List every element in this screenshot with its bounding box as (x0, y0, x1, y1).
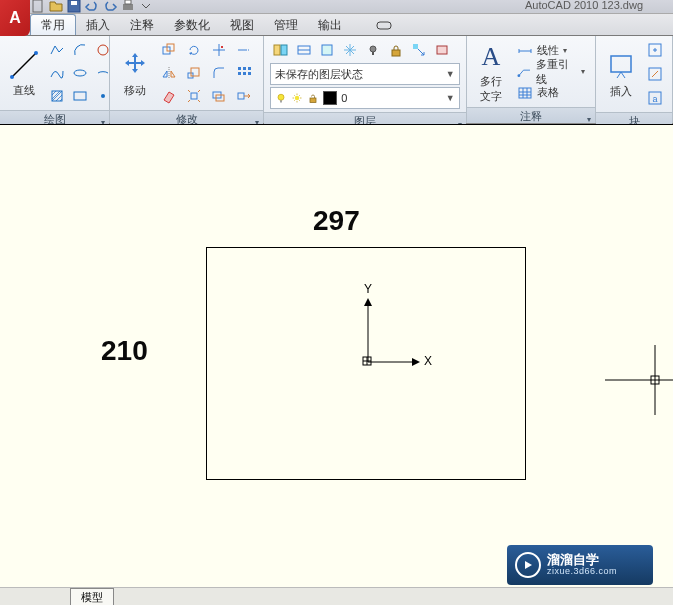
table-button[interactable]: 表格 (513, 83, 589, 103)
mirror-icon[interactable] (158, 62, 180, 84)
layer-name: 0 (341, 92, 347, 104)
qat-undo-icon[interactable] (84, 0, 100, 13)
svg-rect-2 (71, 1, 77, 5)
dropdown-arrow-icon: ▼ (443, 69, 457, 79)
ellipse-icon[interactable] (69, 62, 91, 84)
tab-home[interactable]: 常用 (30, 14, 76, 35)
svg-line-6 (12, 53, 36, 77)
svg-rect-24 (191, 93, 197, 99)
qat-open-icon[interactable] (48, 0, 64, 13)
layer-previous-icon[interactable] (431, 39, 453, 61)
svg-rect-29 (281, 45, 287, 55)
copy-icon[interactable] (158, 39, 180, 61)
block-attr-icon[interactable]: a (644, 87, 666, 109)
qat-dropdown-icon[interactable] (138, 0, 154, 13)
ribbon-group-annotation: A 多行 文字 线性 ▾ 多重引线 ▾ 表格 (467, 36, 596, 123)
chevron-down-icon: ▾ (581, 67, 585, 76)
model-tab[interactable]: 模型 (70, 588, 114, 606)
layer-lock-icon[interactable] (385, 39, 407, 61)
tab-view[interactable]: 视图 (220, 14, 264, 35)
chevron-down-icon: ▾ (563, 46, 567, 55)
drawing-canvas[interactable]: 297 210 Y X 溜溜自学 zixue.3d66.com (0, 124, 673, 605)
block-tools: a (644, 39, 666, 109)
move-label: 移动 (124, 83, 146, 98)
table-icon (517, 85, 533, 101)
multileader-button[interactable]: 多重引线 ▾ (513, 62, 589, 82)
layer-freeze-icon[interactable] (339, 39, 361, 61)
rectangle-icon[interactable] (69, 85, 91, 107)
title-bar: AutoCAD 2010 123.dwg (0, 0, 673, 14)
svg-rect-35 (413, 44, 418, 49)
y-axis-label: Y (364, 282, 372, 296)
move-button[interactable]: 移动 (116, 47, 154, 100)
ribbon-group-block: 插入 a 块 (596, 36, 673, 123)
layer-off-icon[interactable] (362, 39, 384, 61)
hatch-icon[interactable] (46, 85, 68, 107)
spline-icon[interactable] (46, 62, 68, 84)
bulb-on-icon (275, 92, 287, 104)
cursor-crosshair-icon (605, 345, 673, 418)
qat-save-icon[interactable] (66, 0, 82, 13)
layer-isolate-icon[interactable] (316, 39, 338, 61)
layer-current-dropdown[interactable]: 0 ▼ (270, 87, 460, 109)
tab-extra-icon[interactable] (372, 14, 396, 35)
scale-icon[interactable] (183, 62, 205, 84)
array-icon[interactable] (233, 62, 255, 84)
rotate-icon[interactable] (183, 39, 205, 61)
tab-output[interactable]: 输出 (308, 14, 352, 35)
svg-rect-4 (125, 0, 131, 4)
sun-icon (291, 92, 303, 104)
svg-rect-33 (372, 52, 374, 55)
insert-block-label: 插入 (610, 84, 632, 99)
move-icon (119, 49, 151, 81)
svg-rect-40 (310, 98, 316, 103)
layer-tools-row (270, 39, 453, 61)
svg-point-39 (295, 96, 300, 101)
dropdown-arrow-icon: ▼ (443, 93, 457, 103)
tab-manage[interactable]: 管理 (264, 14, 308, 35)
watermark-url: zixue.3d66.com (547, 567, 617, 577)
stretch-icon[interactable] (233, 85, 255, 107)
trim-icon[interactable] (208, 39, 230, 61)
arc-icon[interactable] (69, 39, 91, 61)
svg-rect-3 (123, 4, 133, 10)
fillet-icon[interactable] (208, 62, 230, 84)
extend-icon[interactable] (233, 39, 255, 61)
svg-rect-22 (243, 72, 246, 75)
qat-print-icon[interactable] (120, 0, 136, 13)
layer-properties-icon[interactable] (270, 39, 292, 61)
create-block-icon[interactable] (644, 39, 666, 61)
app-menu-button[interactable]: A (0, 0, 30, 36)
svg-rect-18 (238, 67, 241, 70)
annotation-group-title[interactable]: 注释 ▾ (467, 107, 595, 123)
qat-redo-icon[interactable] (102, 0, 118, 13)
ribbon-group-modify: 移动 修改 ▾ (110, 36, 264, 123)
tab-annotate[interactable]: 注释 (120, 14, 164, 35)
mtext-button[interactable]: A 多行 文字 (473, 39, 509, 103)
watermark-logo-icon (515, 552, 541, 578)
tab-insert[interactable]: 插入 (76, 14, 120, 35)
insert-block-button[interactable]: 插入 (602, 48, 640, 101)
width-dimension-label: 297 (313, 205, 360, 237)
offset-icon[interactable] (208, 85, 230, 107)
svg-point-9 (98, 45, 108, 55)
layer-color-swatch (323, 91, 337, 105)
svg-rect-56 (651, 376, 659, 384)
erase-icon[interactable] (158, 85, 180, 107)
line-button[interactable]: 直线 (6, 47, 42, 100)
dimension-icon (517, 43, 533, 59)
layer-state-value: 未保存的图层状态 (275, 67, 363, 82)
draw-icon-grid (46, 39, 114, 107)
layer-match-icon[interactable] (408, 39, 430, 61)
svg-rect-5 (377, 22, 391, 29)
explode-icon[interactable] (183, 85, 205, 107)
svg-rect-23 (248, 72, 251, 75)
tab-parametric[interactable]: 参数化 (164, 14, 220, 35)
ribbon: 直线 绘图 ▾ 移动 (0, 36, 673, 124)
layer-states-icon[interactable] (293, 39, 315, 61)
ribbon-tabs: 常用 插入 注释 参数化 视图 管理 输出 (0, 14, 673, 36)
polyline-icon[interactable] (46, 39, 68, 61)
layer-state-dropdown[interactable]: 未保存的图层状态 ▼ (270, 63, 460, 85)
edit-block-icon[interactable] (644, 63, 666, 85)
qat-new-icon[interactable] (30, 0, 46, 13)
